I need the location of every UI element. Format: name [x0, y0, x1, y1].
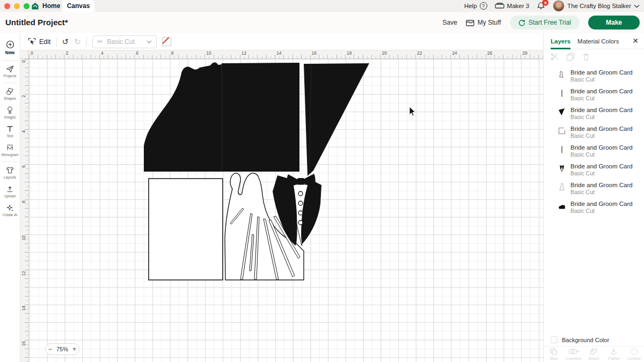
layer-thumbnail-dress	[558, 183, 566, 191]
layer-linetype: Basic Cut	[570, 208, 633, 214]
sidebar-item-label: Layouts	[4, 175, 16, 179]
save-button[interactable]: Save	[442, 19, 457, 26]
ruler-vertical: 0246810121416	[20, 59, 29, 362]
sidebar-item-create-ai[interactable]: Create AI	[0, 201, 20, 220]
sidebar-divider	[2, 83, 18, 83]
sidebar-item-new[interactable]: New	[0, 38, 20, 58]
layer-thumbnail-wedge	[558, 108, 566, 116]
ruler-number: 6	[136, 50, 138, 56]
background-color-row: Background Color	[551, 336, 609, 343]
sidebar-item-text[interactable]: Text	[0, 122, 20, 141]
layer-row[interactable]: Bride and Groom CardBasic Cut	[544, 198, 644, 217]
ruler-number: 12	[241, 50, 246, 56]
layers-panel: Layers Material Colors ✕ Bride and Groom…	[543, 33, 644, 362]
canvas-grid[interactable]: − 75% +	[29, 59, 543, 362]
ruler-number: 6	[21, 165, 26, 168]
ruler-number: 16	[21, 341, 26, 346]
tab-material-colors[interactable]: Material Colors	[577, 33, 619, 49]
tab-home-label: Home	[42, 2, 60, 10]
sidebar-item-label: New	[5, 50, 14, 55]
tab-home[interactable]: Home	[31, 0, 60, 12]
sidebar-item-images[interactable]: Images	[0, 104, 20, 122]
layer-thumbnail-blob	[558, 202, 566, 210]
sidebar-divider	[2, 161, 18, 162]
edit-toolbar: Edit ↺ ↻ ✂ Basic Cut	[20, 33, 543, 50]
ruler-number: 10	[206, 50, 211, 56]
window-controls[interactable]	[4, 3, 30, 9]
action-label: Flatten	[608, 356, 620, 361]
duplicate-tool-icon-disabled[interactable]	[566, 53, 575, 61]
sidebar-item-shapes[interactable]: Shapes	[0, 85, 20, 104]
layer-name: Bride and Groom Card	[570, 107, 633, 113]
delete-tool-icon-disabled[interactable]	[582, 53, 590, 61]
slice-tool-icon-disabled[interactable]	[551, 53, 559, 61]
layer-row[interactable]: Bride and Groom CardBasic Cut	[544, 160, 644, 179]
maximize-window-button[interactable]	[24, 3, 30, 9]
minimize-window-button[interactable]	[14, 3, 20, 9]
sidebar-divider	[2, 60, 18, 61]
layer-linetype: Basic Cut	[570, 76, 633, 83]
help-label: Help	[464, 3, 477, 9]
flatten-button-disabled[interactable]: Flatten	[604, 346, 624, 362]
attach-button-disabled[interactable]: Attach	[584, 346, 604, 362]
sidebar-item-projects[interactable]: Projects	[0, 62, 20, 81]
linetype-dropdown[interactable]: ✂ Basic Cut	[92, 35, 157, 48]
contour-button-disabled[interactable]: Contour	[624, 346, 644, 362]
layer-row[interactable]: Bride and Groom CardBasic Cut	[544, 67, 644, 85]
chevron-down-icon	[147, 40, 152, 43]
upload-icon	[6, 185, 14, 193]
layer-row[interactable]: Bride and Groom CardBasic Cut	[544, 123, 644, 142]
toolbar-divider	[86, 37, 87, 47]
layer-list: Bride and Groom CardBasic CutBride and G…	[544, 67, 644, 217]
design-artwork	[29, 59, 543, 362]
combine-button-disabled[interactable]: Combine	[564, 346, 583, 362]
notifications-button[interactable]: 9	[537, 2, 545, 10]
layer-thumbnail-rect	[558, 127, 566, 135]
start-free-trial-button[interactable]: Start Free Trial	[510, 16, 580, 29]
color-swatch[interactable]	[162, 37, 171, 46]
toolbar-divider	[56, 37, 57, 47]
help-button[interactable]: Help ?	[464, 2, 487, 10]
tux-jacket-pieces[interactable]	[144, 62, 369, 176]
sidebar-item-monogram[interactable]: Monogram	[0, 141, 20, 160]
trial-icon	[518, 19, 525, 26]
sidebar-item-label: Text	[6, 134, 13, 138]
tshirt-icon	[6, 166, 14, 174]
layer-thumbnail-line	[558, 89, 566, 98]
zoom-in-button[interactable]: +	[72, 345, 76, 353]
action-label: Combine	[566, 356, 582, 361]
tab-canvas[interactable]: Canvas	[62, 0, 94, 12]
tab-layers[interactable]: Layers	[551, 33, 570, 49]
undo-button[interactable]: ↺	[62, 37, 69, 47]
background-color-swatch[interactable]	[551, 336, 558, 343]
ruler-number: 8	[171, 50, 174, 56]
layer-row[interactable]: Bride and Groom CardBasic Cut	[544, 142, 644, 160]
sidebar-item-upload[interactable]: Upload	[0, 182, 20, 201]
layer-row[interactable]: Bride and Groom CardBasic Cut	[544, 104, 644, 123]
redo-button[interactable]: ↻	[74, 37, 81, 47]
close-panel-icon[interactable]: ✕	[632, 36, 639, 45]
slice-button-disabled[interactable]: Slice	[544, 346, 564, 362]
ruler-number: 14	[276, 50, 281, 56]
layer-tools	[551, 53, 590, 61]
close-window-button[interactable]	[4, 3, 10, 9]
my-stuff-label: My Stuff	[478, 19, 501, 26]
app-window: Home Canvas Help ? Maker 3 9	[0, 0, 644, 362]
make-button[interactable]: Make	[588, 16, 640, 29]
sidebar-item-label: Images	[4, 115, 16, 119]
ruler-number: 2	[21, 95, 26, 98]
trial-label: Start Free Trial	[529, 19, 571, 26]
layer-thumbnail-line	[558, 145, 566, 154]
chevron-down-icon	[634, 4, 640, 8]
layer-linetype: Basic Cut	[570, 151, 633, 158]
card-base[interactable]	[149, 179, 223, 280]
ruler-number: 4	[21, 130, 26, 133]
layer-row[interactable]: Bride and Groom CardBasic Cut	[544, 179, 644, 198]
my-stuff-button[interactable]: My Stuff	[466, 19, 501, 26]
sidebar-item-layouts[interactable]: Layouts	[0, 164, 20, 182]
layer-row[interactable]: Bride and Groom CardBasic Cut	[544, 85, 644, 104]
zoom-out-button[interactable]: −	[48, 345, 52, 353]
account-menu[interactable]: The Crafty Blog Stalker	[553, 0, 640, 12]
edit-button[interactable]: Edit	[28, 38, 51, 46]
machine-selector[interactable]: Maker 3	[495, 3, 530, 9]
